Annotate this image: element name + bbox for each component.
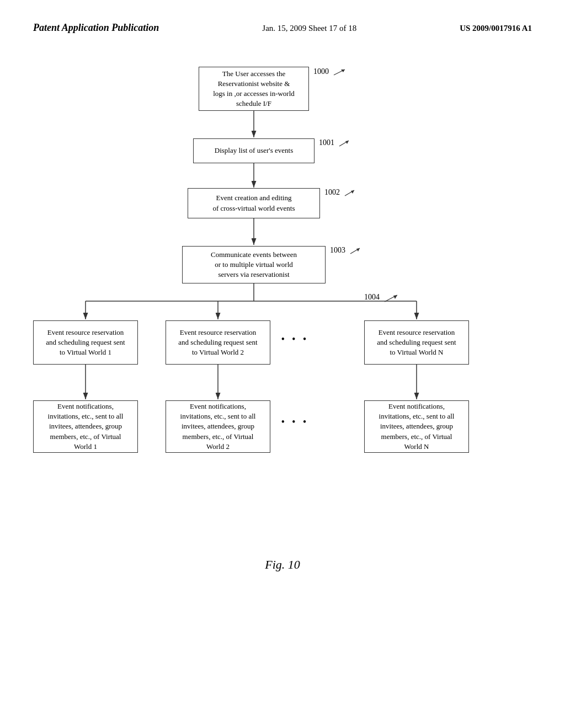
label-arrow-1001 — [337, 138, 352, 148]
box-1000-label: The User accesses the Reservationist web… — [213, 69, 295, 109]
label-arrow-1002 — [342, 188, 358, 198]
label-1000: 1000 — [313, 67, 348, 78]
figure-label: Fig. 10 — [265, 558, 300, 571]
label-1002: 1002 — [324, 188, 358, 198]
box-vw2-label: Event resource reservation and schedulin… — [178, 328, 257, 358]
box-vwn-label: Event resource reservation and schedulin… — [377, 328, 456, 358]
box-vwn: Event resource reservation and schedulin… — [364, 320, 469, 365]
box-1002-label: Event creation and editing of cross-virt… — [212, 193, 295, 213]
box-vw1-label: Event resource reservation and schedulin… — [46, 328, 125, 358]
header-right: US 2009/0017916 A1 — [460, 24, 532, 33]
page: Patent Application Publication Jan. 15, … — [0, 0, 565, 728]
box-1003-label: Communicate events between or to multipl… — [211, 250, 297, 280]
box-1002: Event creation and editing of cross-virt… — [188, 188, 320, 218]
bottom-dots: • • • — [281, 417, 309, 427]
box-notif2: Event notifications, invitations, etc., … — [166, 400, 270, 453]
label-arrow-1000 — [331, 67, 348, 78]
box-notifn: Event notifications, invitations, etc., … — [364, 400, 469, 453]
label-1004: 1004 — [364, 292, 401, 304]
header: Patent Application Publication Jan. 15, … — [0, 0, 565, 39]
box-notif2-label: Event notifications, invitations, etc., … — [180, 402, 256, 452]
box-1001-label: Display list of user's events — [215, 146, 293, 156]
box-notif1-label: Event notifications, invitations, etc., … — [48, 402, 124, 452]
header-center: Jan. 15, 2009 Sheet 17 of 18 — [262, 24, 356, 33]
box-1003: Communicate events between or to multipl… — [182, 246, 326, 283]
header-left: Patent Application Publication — [33, 22, 159, 34]
box-vw1: Event resource reservation and schedulin… — [33, 320, 138, 365]
figure-caption: Fig. 10 — [0, 558, 565, 572]
box-notifn-label: Event notifications, invitations, etc., … — [379, 402, 455, 452]
label-1003: 1003 — [330, 246, 363, 256]
box-notif1: Event notifications, invitations, etc., … — [33, 400, 138, 453]
diagram-area: The User accesses the Reservationist web… — [0, 50, 565, 547]
box-1001: Display list of user's events — [193, 138, 315, 163]
top-dots: • • • — [281, 334, 309, 344]
box-1000: The User accesses the Reservationist web… — [199, 67, 309, 111]
label-1001: 1001 — [319, 138, 352, 148]
diagram-svg — [0, 50, 565, 547]
label-arrow-1004 — [382, 292, 401, 304]
label-arrow-1003 — [348, 246, 363, 256]
box-vw2: Event resource reservation and schedulin… — [166, 320, 270, 365]
